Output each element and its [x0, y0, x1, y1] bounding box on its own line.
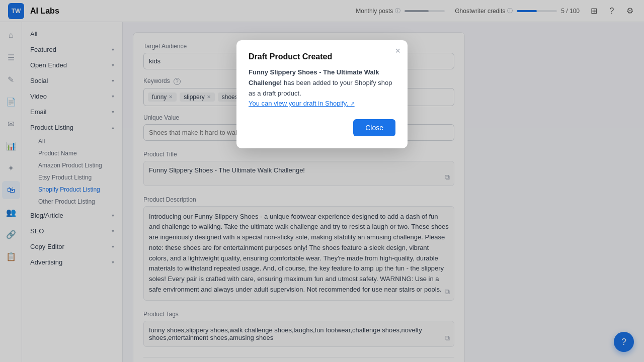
modal-shopify-link[interactable]: You can view your draft in Shopify. ↗	[249, 100, 355, 107]
modal-title: Draft Product Created	[249, 52, 395, 61]
modal-overlay: × Draft Product Created Funny Slippery S…	[0, 0, 644, 362]
draft-product-modal: × Draft Product Created Funny Slippery S…	[236, 40, 408, 148]
modal-footer: Close	[249, 119, 395, 136]
modal-body: Funny Slippery Shoes - The Ultimate Walk…	[249, 67, 395, 109]
external-link-icon: ↗	[350, 101, 355, 107]
modal-close-confirm-button[interactable]: Close	[353, 119, 395, 136]
modal-close-button[interactable]: ×	[395, 46, 400, 55]
